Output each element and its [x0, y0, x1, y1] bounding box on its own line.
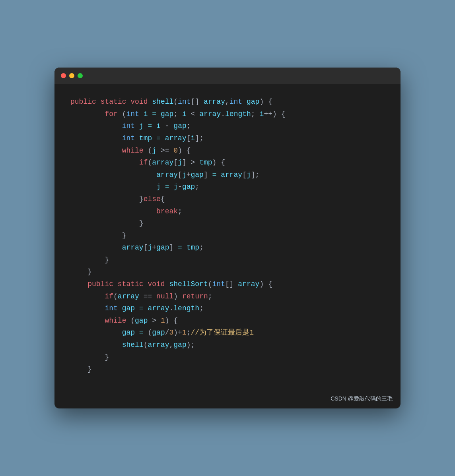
minimize-button[interactable] — [69, 73, 74, 78]
code-line: } — [70, 266, 385, 278]
watermark: CSDN @爱敲代码的三毛 — [54, 391, 401, 408]
code-line: while (j >= 0) { — [70, 145, 385, 157]
code-line: } — [70, 351, 385, 364]
code-editor: public static void shell(int[] array,int… — [54, 84, 401, 391]
code-line: int tmp = array[i]; — [70, 132, 385, 145]
watermark-text: CSDN @爱敲代码的三毛 — [331, 395, 393, 402]
code-line: int j = i - gap; — [70, 120, 385, 132]
code-line: if(array == null) return; — [70, 290, 385, 303]
code-line: }else{ — [70, 193, 385, 205]
code-line: } — [70, 363, 385, 375]
code-line: } — [70, 217, 385, 230]
maximize-button[interactable] — [78, 73, 83, 78]
code-line: public static void shell(int[] array,int… — [70, 96, 385, 108]
code-line: array[j+gap] = array[j]; — [70, 169, 385, 181]
code-line: if(array[j] > tmp) { — [70, 157, 385, 169]
titlebar — [54, 68, 401, 84]
close-button[interactable] — [61, 73, 66, 78]
code-line: break; — [70, 205, 385, 218]
code-line: } — [70, 254, 385, 266]
code-line: for (int i = gap; i < array.length; i++)… — [70, 108, 385, 120]
code-line: array[j+gap] = tmp; — [70, 242, 385, 254]
code-line: while (gap > 1) { — [70, 315, 385, 327]
code-line: int gap = array.length; — [70, 302, 385, 315]
code-line: shell(array,gap); — [70, 339, 385, 351]
code-line: } — [70, 230, 385, 242]
code-line: gap = (gap/3)+1;//为了保证最后是1 — [70, 327, 385, 339]
code-line: j = j-gap; — [70, 181, 385, 193]
code-window: public static void shell(int[] array,int… — [54, 68, 401, 408]
code-line: public static void shellSort(int[] array… — [70, 278, 385, 290]
